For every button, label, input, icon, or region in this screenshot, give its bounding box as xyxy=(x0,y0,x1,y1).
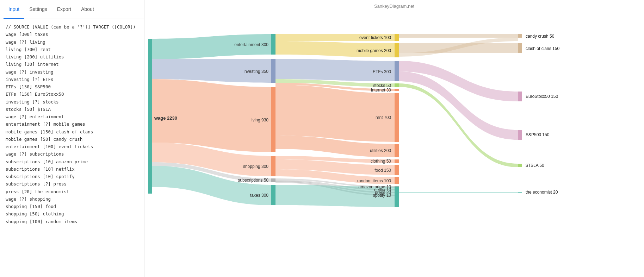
living-label: living 930 xyxy=(250,118,268,122)
svg-rect-3 xyxy=(271,87,275,152)
tab-about[interactable]: About xyxy=(76,0,99,19)
clothing-label: clothing 50 xyxy=(371,159,391,164)
svg-rect-25 xyxy=(518,130,522,140)
svg-rect-14 xyxy=(395,159,399,163)
svg-rect-23 xyxy=(518,43,522,53)
svg-rect-27 xyxy=(518,192,522,193)
svg-rect-2 xyxy=(271,59,275,83)
clash-of-clans-label: clash of clans 150 xyxy=(526,46,559,51)
shopping-label: shopping 300 xyxy=(243,164,268,169)
svg-rect-21 xyxy=(395,187,399,207)
svg-rect-26 xyxy=(518,164,522,167)
etfs-label: ETFs 300 xyxy=(373,69,391,74)
svg-rect-13 xyxy=(395,144,399,157)
entertainment-label: entertainment 300 xyxy=(234,42,268,47)
svg-rect-24 xyxy=(518,92,522,101)
taxes-label: taxes 300 xyxy=(250,193,268,198)
subscriptions-label: subscriptions 50 xyxy=(238,178,268,183)
tab-settings[interactable]: Settings xyxy=(24,0,52,19)
rent-label: rent 700 xyxy=(376,115,391,120)
candy-crush-label: candy crush 50 xyxy=(526,34,555,39)
sp500-label: S&P500 150 xyxy=(526,132,550,137)
stocks-label: stocks 50 xyxy=(373,83,391,88)
tsla-label: $TSLA 50 xyxy=(526,163,544,168)
svg-rect-5 xyxy=(271,178,275,182)
left-panel: Input Settings Export About // SOURCE [V… xyxy=(0,0,144,277)
diagram-title: SankeyDiagram.net xyxy=(144,0,644,9)
svg-rect-7 xyxy=(395,34,399,41)
the-economist-label: the economist 20 xyxy=(526,190,558,195)
svg-rect-4 xyxy=(271,156,275,176)
code-editor[interactable]: // SOURCE [VALUE (can be a '?')] TARGET … xyxy=(0,19,144,277)
right-panel: SankeyDiagram.net xyxy=(144,0,644,277)
svg-rect-1 xyxy=(271,34,275,55)
internet-label: internet 30 xyxy=(371,88,391,93)
svg-rect-8 xyxy=(395,43,399,57)
food-label: food 150 xyxy=(374,168,391,173)
svg-rect-15 xyxy=(395,165,399,175)
svg-rect-0 xyxy=(148,39,152,194)
event-tickets-label: event tickets 100 xyxy=(359,35,391,40)
sankey-diagram: wage 2230 entertainment 300 investing 35… xyxy=(144,9,644,276)
utilities-label: utilities 200 xyxy=(370,148,391,153)
wage-label: wage 2230 xyxy=(154,115,177,121)
svg-rect-16 xyxy=(395,177,399,184)
spotify-label: spotify 10 xyxy=(373,193,391,198)
svg-rect-9 xyxy=(395,61,399,81)
svg-rect-12 xyxy=(395,93,399,142)
tab-input[interactable]: Input xyxy=(4,0,24,19)
svg-rect-22 xyxy=(518,34,522,38)
svg-rect-11 xyxy=(395,89,399,91)
eurostoxx50-label: EuroStoxx50 150 xyxy=(526,94,558,99)
random-items-label: random items 100 xyxy=(357,178,391,183)
mobile-games-label: mobile games 200 xyxy=(357,48,391,53)
tab-export[interactable]: Export xyxy=(52,0,76,19)
tab-bar: Input Settings Export About xyxy=(0,0,144,19)
investing-label: investing 350 xyxy=(243,69,268,74)
svg-rect-6 xyxy=(271,185,275,205)
svg-rect-10 xyxy=(395,83,399,87)
